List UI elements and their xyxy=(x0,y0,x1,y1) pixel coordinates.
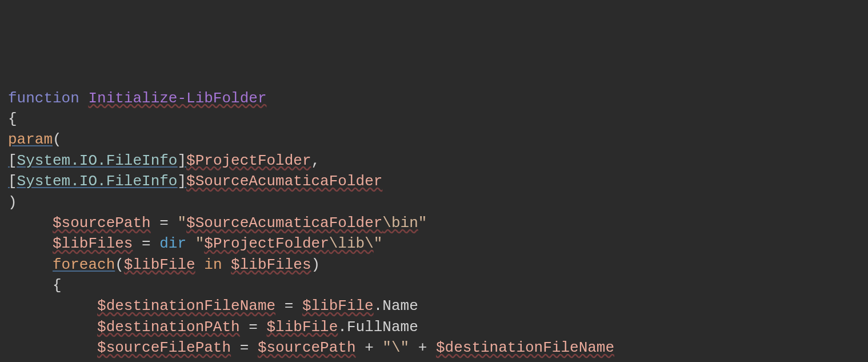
paren-open: ( xyxy=(53,131,62,148)
code-line: $destinationFileName = $libFile.Name xyxy=(8,297,418,315)
function-name: Initialize-LibFolder xyxy=(88,90,266,107)
space xyxy=(79,90,89,107)
string-content: \lib\ xyxy=(329,235,374,252)
code-line: $sourceFilePath = $sourcePath + "\" + $d… xyxy=(8,339,614,356)
variable-libfiles: $libFiles xyxy=(231,256,311,273)
variable-sourcefilepath: $sourceFilePath xyxy=(97,339,231,356)
code-line: copy -Path $sourceFilePath -Destination … xyxy=(8,360,597,362)
variable-libfiles: $libFiles xyxy=(53,235,133,252)
string-quote: " xyxy=(195,235,205,252)
bracket-close: ] xyxy=(177,152,186,169)
operator-assign: = xyxy=(133,235,159,252)
indent xyxy=(8,319,97,336)
space xyxy=(186,235,195,252)
variable-destinationpath: $destinationPAth xyxy=(454,360,597,362)
operator-assign: = xyxy=(231,339,258,356)
variable-in-string: $ProjectFolder xyxy=(204,235,329,252)
code-line: { xyxy=(8,277,62,294)
brace-open: { xyxy=(53,277,62,294)
code-line: ) xyxy=(8,194,17,211)
code-line: { xyxy=(8,110,17,128)
variable-libfile: $libFile xyxy=(302,297,374,315)
param-destination: -Destination xyxy=(329,360,454,362)
code-line: foreach($libFile in $libFiles) xyxy=(8,256,320,273)
variable-sourcepath: $sourcePath xyxy=(258,339,356,356)
type-name: System.IO.FileInfo xyxy=(17,173,178,190)
comma: , xyxy=(311,152,321,169)
paren-open: ( xyxy=(115,256,124,273)
string-quote: " xyxy=(177,214,186,232)
keyword-function: function xyxy=(8,90,79,107)
property-fullname: FullName xyxy=(347,319,418,336)
variable-destinationfilename: $destinationFileName xyxy=(436,339,614,356)
command-dir: dir xyxy=(159,235,186,252)
bracket-open: [ xyxy=(8,152,17,169)
variable-destinationpath: $destinationPAth xyxy=(97,319,240,336)
string-quote: " xyxy=(382,339,391,356)
operator-assign: = xyxy=(240,319,267,336)
code-line: $sourcePath = "$SourceAcumaticaFolder\bi… xyxy=(8,214,427,232)
paren-close: ) xyxy=(8,194,17,211)
paren-close: ) xyxy=(311,256,321,273)
indent xyxy=(8,214,53,232)
indent xyxy=(8,277,53,294)
variable-libfile: $libFile xyxy=(266,319,338,336)
code-line: function Initialize-LibFolder xyxy=(8,90,267,107)
bracket-open: [ xyxy=(8,173,17,190)
dot: . xyxy=(374,297,383,315)
param-path: -Path xyxy=(133,360,195,362)
operator-plus: + xyxy=(356,339,383,356)
variable-projectfolder: $ProjectFolder xyxy=(186,152,311,169)
variable-sourceacumaticafolder: $SourceAcumaticaFolder xyxy=(186,173,382,190)
variable-destinationfilename: $destinationFileName xyxy=(97,297,275,315)
property-name: Name xyxy=(382,297,418,315)
string-backslash: \ xyxy=(391,339,401,356)
variable-sourcefilepath: $sourceFilePath xyxy=(195,360,329,362)
operator-plus: + xyxy=(409,339,436,356)
indent xyxy=(8,235,53,252)
code-line: $libFiles = dir "$ProjectFolder\lib\" xyxy=(8,235,382,252)
variable-libfile: $libFile xyxy=(124,256,195,273)
keyword-in: in xyxy=(195,256,231,273)
bracket-close: ] xyxy=(177,173,186,190)
code-line: [System.IO.FileInfo]$SourceAcumaticaFold… xyxy=(8,173,382,190)
variable-sourcepath: $sourcePath xyxy=(53,214,151,232)
string-quote: " xyxy=(418,214,427,232)
string-quote: " xyxy=(401,339,410,356)
code-editor[interactable]: function Initialize-LibFolder { param( [… xyxy=(8,88,860,362)
keyword-foreach: foreach xyxy=(53,256,115,273)
command-copy: copy xyxy=(97,360,133,362)
dot: . xyxy=(338,319,347,336)
brace-open: { xyxy=(8,110,17,128)
indent xyxy=(8,297,97,315)
indent xyxy=(8,256,53,273)
operator-assign: = xyxy=(275,297,302,315)
string-quote: " xyxy=(374,235,383,252)
indent xyxy=(8,339,97,356)
type-name: System.IO.FileInfo xyxy=(17,152,178,169)
string-content: \bin xyxy=(382,214,418,232)
indent xyxy=(8,360,97,362)
variable-in-string: $SourceAcumaticaFolder xyxy=(186,214,382,232)
keyword-param: param xyxy=(8,131,53,148)
code-line: $destinationPAth = $libFile.FullName xyxy=(8,319,418,336)
code-line: [System.IO.FileInfo]$ProjectFolder, xyxy=(8,152,320,169)
code-line: param( xyxy=(8,131,62,148)
operator-assign: = xyxy=(151,214,178,232)
